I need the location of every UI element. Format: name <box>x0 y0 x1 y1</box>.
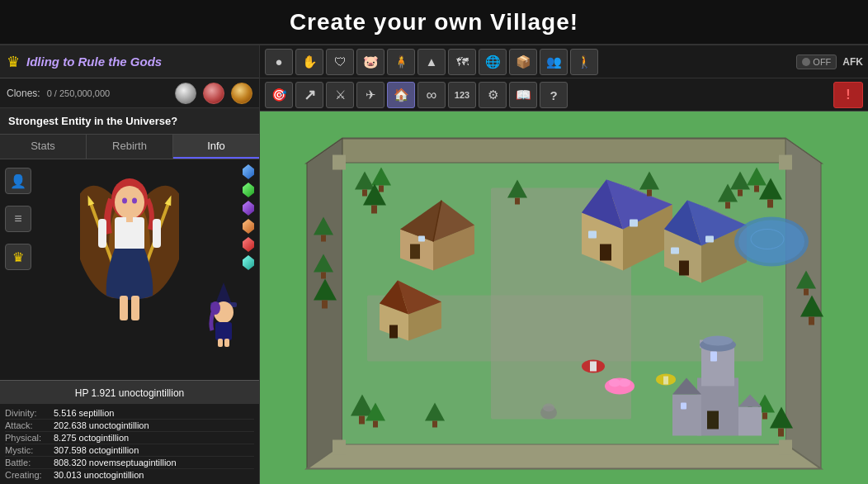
tabs-row: Stats Rebirth Info <box>0 135 259 159</box>
char-icon-person[interactable]: 👤 <box>5 168 31 194</box>
btn-figure[interactable]: 🧍 <box>387 49 415 75</box>
clones-value: 0 / 250,000,000 <box>47 88 110 98</box>
page-title: Create your own Village! <box>290 9 578 36</box>
game-world: ● ✋ 🛡 🐷 🧍 ▲ 🗺 🌐 📦 👥 🚶 OFF AFK 🎯 <box>260 45 868 484</box>
alert-button[interactable]: ! <box>833 82 863 108</box>
svg-rect-123 <box>333 440 346 455</box>
game-header: ♛ Idling to Rule the Gods <box>0 45 259 78</box>
svg-point-20 <box>210 301 220 315</box>
btn-help[interactable]: ? <box>540 82 568 108</box>
item2-icon[interactable] <box>231 83 252 104</box>
btn-map[interactable]: 🗺 <box>448 49 476 75</box>
svg-point-101 <box>703 336 733 346</box>
btn-village[interactable]: 🏠 <box>387 82 415 108</box>
gem-orange <box>243 219 254 234</box>
btn-settings[interactable]: ⚙ <box>479 82 507 108</box>
toolbar: ● ✋ 🛡 🐷 🧍 ▲ 🗺 🌐 📦 👥 🚶 OFF AFK 🎯 <box>260 45 868 112</box>
gem-red <box>243 237 254 252</box>
svg-rect-134 <box>809 317 814 325</box>
afk-toggle[interactable]: OFF <box>796 55 837 69</box>
svg-rect-40 <box>738 190 743 197</box>
svg-rect-12 <box>126 216 133 222</box>
stat-value-creating: 30.013 unoctogintillion <box>54 470 144 480</box>
char-icon-crown[interactable]: ♛ <box>5 244 31 270</box>
btn-sword[interactable]: ⚔ <box>326 82 354 108</box>
svg-marker-17 <box>215 282 232 304</box>
svg-point-110 <box>738 221 804 263</box>
stat-row-creating: Creating: 30.013 unoctogintillion <box>5 469 254 481</box>
svg-rect-118 <box>663 377 668 385</box>
svg-rect-66 <box>418 236 425 242</box>
btn-plane[interactable]: ✈ <box>356 82 384 108</box>
game-title: Idling to Rule the Gods <box>26 55 162 69</box>
svg-point-114 <box>605 378 634 395</box>
stat-value-battle: 808.320 novemseptuagintillion <box>54 458 177 467</box>
btn-person[interactable]: 🚶 <box>570 49 598 75</box>
tab-rebirth[interactable]: Rebirth <box>87 135 173 159</box>
char-icon-menu[interactable]: ≡ <box>5 206 31 232</box>
svg-rect-106 <box>707 411 719 429</box>
stat-name-attack: Attack: <box>5 420 50 430</box>
btn-interaction[interactable]: ✋ <box>295 49 323 75</box>
svg-rect-130 <box>515 198 520 205</box>
svg-rect-46 <box>725 202 730 209</box>
btn-pyramid[interactable]: ▲ <box>417 49 446 75</box>
svg-rect-38 <box>371 206 377 214</box>
btn-chest[interactable]: 📦 <box>509 49 537 75</box>
svg-rect-56 <box>373 421 378 428</box>
svg-rect-65 <box>410 244 420 259</box>
stat-name-divinity: Divinity: <box>5 408 50 418</box>
npc-character <box>197 281 251 347</box>
svg-rect-15 <box>98 219 106 248</box>
svg-rect-76 <box>600 244 611 261</box>
character-sprite <box>64 168 196 333</box>
title-bar: Create your own Village! <box>0 0 868 45</box>
svg-rect-121 <box>333 155 346 170</box>
svg-marker-29 <box>307 444 821 469</box>
stat-value-mystic: 307.598 octogintillion <box>54 445 139 455</box>
btn-shield[interactable]: 🛡 <box>326 49 354 75</box>
stat-value-physical: 8.275 octogintillion <box>54 433 129 443</box>
svg-rect-21 <box>215 322 232 340</box>
btn-numbers[interactable]: 123 <box>448 82 476 108</box>
orb-icon[interactable] <box>175 83 196 104</box>
btn-arrow[interactable]: ↗ <box>295 82 323 108</box>
btn-target[interactable]: 🎯 <box>265 82 293 108</box>
svg-point-8 <box>115 186 144 219</box>
svg-rect-52 <box>778 429 784 437</box>
gem-icons <box>243 164 254 270</box>
svg-rect-86 <box>679 261 689 276</box>
svg-rect-36 <box>379 186 384 192</box>
stat-name-physical: Physical: <box>5 433 50 443</box>
item1-icon[interactable] <box>203 83 224 104</box>
btn-guide[interactable]: 📖 <box>509 82 537 108</box>
btn-infinity[interactable]: ∞ <box>417 82 446 108</box>
svg-marker-26 <box>307 139 821 164</box>
stat-value-divinity: 5.516 septillion <box>54 408 114 418</box>
toolbar-row2: 🎯 ↗ ⚔ ✈ 🏠 ∞ 123 ⚙ 📖 ? ! <box>260 78 868 112</box>
svg-rect-75 <box>630 220 638 227</box>
svg-rect-102 <box>710 352 717 362</box>
tab-stats[interactable]: Stats <box>0 135 87 159</box>
btn-globe[interactable]: 🌐 <box>479 49 507 75</box>
btn-pets[interactable]: 🐷 <box>356 49 384 75</box>
stat-row-battle: Battle: 808.320 novemseptuagintillion <box>5 457 254 469</box>
btn-night-mode[interactable]: ● <box>265 49 293 75</box>
svg-rect-128 <box>647 190 652 197</box>
village-area[interactable] <box>260 112 868 484</box>
svg-rect-50 <box>762 413 767 420</box>
svg-rect-140 <box>321 235 326 242</box>
hp-text: HP 1.921 unoctogintillion <box>75 387 185 399</box>
svg-rect-23 <box>224 339 229 347</box>
stat-row-physical: Physical: 8.275 octogintillion <box>5 432 254 444</box>
gem-teal <box>243 255 254 270</box>
svg-rect-126 <box>432 421 437 428</box>
btn-people[interactable]: 👥 <box>540 49 568 75</box>
toolbar-row1: ● ✋ 🛡 🐷 🧍 ▲ 🗺 🌐 📦 👥 🚶 OFF AFK <box>260 45 868 78</box>
svg-rect-103 <box>672 395 701 436</box>
svg-point-9 <box>122 198 127 204</box>
svg-rect-22 <box>218 339 223 347</box>
svg-rect-136 <box>321 273 326 279</box>
tab-info[interactable]: Info <box>173 135 259 159</box>
gem-blue <box>243 164 254 179</box>
